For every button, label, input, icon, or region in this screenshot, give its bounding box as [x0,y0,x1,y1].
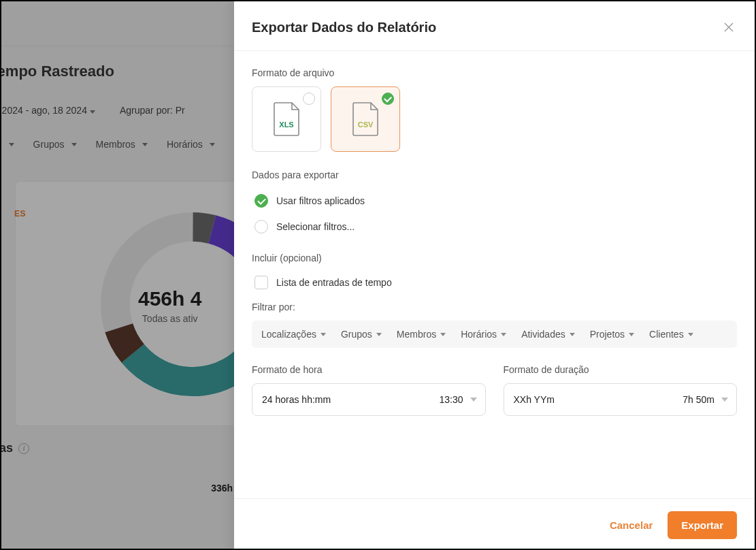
include-label: Incluir (opcional) [252,253,737,263]
cancel-button[interactable]: Cancelar [610,519,653,531]
format-option-xls[interactable]: XLS [252,86,321,152]
duration-format-label: Formato de duração [504,364,738,375]
filter-chip-groups[interactable]: Grupos [341,329,382,340]
svg-text:XLS: XLS [279,120,293,129]
checkbox-time-entries[interactable]: Lista de entradas de tempo [252,272,737,302]
radio-label: Selecionar filtros... [276,221,355,232]
radio-checked-icon [382,93,394,105]
chevron-down-icon [470,398,477,402]
radio-select-filters[interactable]: Selecionar filtros... [252,214,737,240]
checkbox-label: Lista de entradas de tempo [276,277,392,288]
close-icon[interactable] [721,19,737,35]
csv-file-icon: CSV [350,101,380,137]
checkbox-unchecked-icon [254,276,268,289]
radio-checked-icon [254,194,268,208]
filter-chip-clients[interactable]: Clientes [649,329,693,340]
radio-use-applied-filters[interactable]: Usar filtros aplicados [252,189,737,214]
file-format-label: Formato de arquivo [252,67,737,78]
filter-chip-locations[interactable]: Localizações [261,329,326,340]
filter-by-label: Filtrar por: [252,302,737,312]
time-format-select[interactable]: 24 horas hh:mm 13:30 [252,383,486,416]
chevron-down-icon [721,398,728,402]
radio-unchecked-icon [303,93,315,105]
xls-file-icon: XLS [272,101,301,137]
filter-chip-activities[interactable]: Atividades [521,329,575,340]
filter-chip-members[interactable]: Membros [397,329,446,340]
select-example: 7h 50m [683,394,714,405]
filter-bar: Localizações Grupos Membros Horários Ati… [252,321,737,348]
radio-unchecked-icon [254,220,268,233]
radio-label: Usar filtros aplicados [276,195,365,206]
select-value: XXh YYm [514,394,555,405]
time-format-label: Formato de hora [252,364,486,375]
data-export-label: Dados para exportar [252,169,737,180]
export-button[interactable]: Exportar [668,511,737,539]
filter-chip-schedules[interactable]: Horários [461,329,506,340]
select-value: 24 horas hh:mm [262,394,331,405]
export-modal: Exportar Dados do Relatório Formato de a… [234,1,755,550]
filter-chip-projects[interactable]: Projetos [590,329,634,340]
format-option-csv[interactable]: CSV [331,86,400,152]
modal-title: Exportar Dados do Relatório [252,20,436,35]
select-example: 13:30 [439,394,463,405]
svg-text:CSV: CSV [358,120,374,129]
duration-format-select[interactable]: XXh YYm 7h 50m [504,383,738,416]
